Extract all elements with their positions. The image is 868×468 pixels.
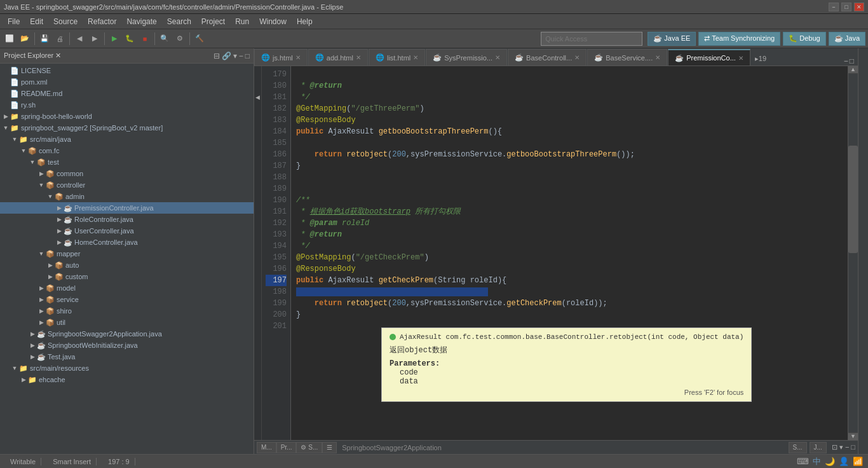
tree-item[interactable]: ▶📦custom xyxy=(0,271,254,282)
tb-open[interactable]: 📂 xyxy=(18,32,32,46)
tb-back[interactable]: ◀ xyxy=(72,32,86,46)
editor-scrollbar[interactable]: ▲ ▼ xyxy=(848,66,858,440)
scroll-down[interactable]: ▼ xyxy=(848,432,858,440)
quick-access-input[interactable] xyxy=(541,32,642,46)
user-icon[interactable]: 👤 xyxy=(839,457,849,466)
menu-source[interactable]: Source xyxy=(48,15,83,28)
keyboard-icon[interactable]: ⌨ xyxy=(797,457,809,466)
bottom-tab-s1[interactable]: ⚙ S... xyxy=(296,442,322,453)
tb-save[interactable]: 💾 xyxy=(37,32,51,46)
explorer-min[interactable]: − xyxy=(239,52,243,60)
tb-print[interactable]: 🖨 xyxy=(53,32,67,46)
tab-syspremissio[interactable]: ☕ SysPremissio... ✕ xyxy=(426,49,507,65)
tree-item[interactable]: ▶☕UserController.java xyxy=(0,225,254,237)
tree-item[interactable]: ▼📦mapper xyxy=(0,248,254,259)
tree-item[interactable]: 📄LICENSE xyxy=(0,65,254,76)
network-icon[interactable]: 📶 xyxy=(853,457,863,466)
tab-addhtml[interactable]: 🌐 add.html ✕ xyxy=(308,49,368,65)
scroll-up[interactable]: ▲ xyxy=(848,66,858,74)
explorer-menu[interactable]: ▾ xyxy=(233,52,237,60)
tab-listhtml[interactable]: 🌐 list.html ✕ xyxy=(369,49,425,65)
editor-maximize[interactable]: □ xyxy=(850,57,854,65)
view-min[interactable]: − xyxy=(845,443,849,451)
tab-premissionco[interactable]: ☕ PremissionCo... ✕ xyxy=(668,49,750,65)
tree-item[interactable]: ▶☕SpringbootWebInitializer.java xyxy=(0,340,254,351)
explorer-link[interactable]: 🔗 xyxy=(222,52,231,60)
bottom-tab-j[interactable]: J... xyxy=(810,442,827,453)
tb-stop[interactable]: ■ xyxy=(138,32,152,46)
menu-window[interactable]: Window xyxy=(254,15,292,28)
tree-item[interactable]: ▶☕Test.java xyxy=(0,351,254,362)
menu-help[interactable]: Help xyxy=(292,15,318,28)
view-max[interactable]: □ xyxy=(851,443,855,451)
bottom-tab-pr[interactable]: Pr... xyxy=(276,442,297,453)
editor-minimize[interactable]: − xyxy=(844,57,848,65)
menu-search[interactable]: Search xyxy=(162,15,196,28)
tree-item[interactable]: 📄pom.xml xyxy=(0,76,254,88)
close-tab-baseservice[interactable]: ✕ xyxy=(655,54,660,61)
tree-item[interactable]: ▼📁src/main/resources xyxy=(0,362,254,374)
tree-item[interactable]: ▶📁spring-boot-hello-world xyxy=(0,111,254,122)
tree-item[interactable]: ▶☕RoleController.java xyxy=(0,214,254,225)
tab-jshtml[interactable]: 🌐 js.html ✕ xyxy=(254,49,308,65)
perspective-team[interactable]: ⇄ Team Synchronizing xyxy=(698,32,780,46)
tree-item[interactable]: ▶📁ehcache xyxy=(0,374,254,385)
close-tab-syspremissio[interactable]: ✕ xyxy=(495,54,500,61)
maximize-button[interactable]: □ xyxy=(841,3,851,11)
bottom-tab-m[interactable]: M... xyxy=(257,442,276,453)
tree-item[interactable]: ▼📦com.fc xyxy=(0,145,254,156)
tree-item[interactable]: ▶📦util xyxy=(0,317,254,328)
editor-area: 🌐 js.html ✕ 🌐 add.html ✕ 🌐 list.html ✕ ☕… xyxy=(254,48,858,454)
menu-edit[interactable]: Edit xyxy=(25,15,48,28)
tb-run[interactable]: ▶ xyxy=(107,32,121,46)
explorer-collapse[interactable]: ⊟ xyxy=(214,52,220,60)
tabs-overflow[interactable]: ▸19 xyxy=(751,52,770,65)
close-tab-listhtml[interactable]: ✕ xyxy=(413,54,418,61)
tree-item[interactable]: ▼📦test xyxy=(0,156,254,168)
close-tab-addhtml[interactable]: ✕ xyxy=(356,54,361,61)
view-icon1[interactable]: ⊡ xyxy=(832,443,837,451)
tab-basecontroll[interactable]: ☕ BaseControll... ✕ xyxy=(508,49,587,65)
tb-settings[interactable]: ⚙ xyxy=(173,32,187,46)
view-icon2[interactable]: ▾ xyxy=(839,443,843,451)
menu-file[interactable]: File xyxy=(3,15,25,28)
tree-item[interactable]: ▶☕PremissionController.java xyxy=(0,202,254,214)
tree-item[interactable]: ▼📦admin xyxy=(0,191,254,202)
tree-item[interactable]: 📄README.md xyxy=(0,88,254,99)
scroll-thumb[interactable] xyxy=(848,146,858,253)
menu-project[interactable]: Project xyxy=(196,15,230,28)
tb-search[interactable]: 🔍 xyxy=(158,32,172,46)
tree-item[interactable]: ▶📦service xyxy=(0,294,254,305)
bottom-tab-s2[interactable]: S... xyxy=(789,442,807,453)
tree-item[interactable]: ▶☕HomeController.java xyxy=(0,237,254,248)
tab-baseservice[interactable]: ☕ BaseService.... ✕ xyxy=(587,49,667,65)
close-button[interactable]: ✕ xyxy=(854,3,864,11)
tree-item[interactable]: ▶📦auto xyxy=(0,259,254,271)
close-tab-basecontroll[interactable]: ✕ xyxy=(574,54,580,61)
tree-item[interactable]: ▶☕SpringbootSwagger2Application.java xyxy=(0,328,254,340)
tb-forward[interactable]: ▶ xyxy=(88,32,102,46)
night-icon[interactable]: 🌙 xyxy=(825,457,835,466)
menu-navigate[interactable]: Navigate xyxy=(121,15,161,28)
close-tab-premissionco[interactable]: ✕ xyxy=(738,55,743,62)
tree-item[interactable]: 📄ry.sh xyxy=(0,99,254,111)
lang-icon[interactable]: 中 xyxy=(813,456,821,467)
tree-item[interactable]: ▶📦common xyxy=(0,168,254,179)
explorer-max[interactable]: □ xyxy=(245,52,250,60)
tb-debug[interactable]: 🐛 xyxy=(123,32,137,46)
tb-new[interactable]: ⬜ xyxy=(3,32,17,46)
tree-item[interactable]: ▶📦model xyxy=(0,282,254,294)
bottom-tab-list[interactable]: ☰ xyxy=(322,442,337,453)
minimize-button[interactable]: − xyxy=(829,3,839,11)
tree-item[interactable]: ▼📁src/main/java xyxy=(0,134,254,145)
perspective-java[interactable]: ☕ Java xyxy=(829,32,865,46)
tree-item[interactable]: ▶📦shiro xyxy=(0,305,254,317)
menu-run[interactable]: Run xyxy=(230,15,254,28)
tree-item[interactable]: ▼📦controller xyxy=(0,179,254,191)
close-tab-jshtml[interactable]: ✕ xyxy=(295,54,301,61)
menu-refactor[interactable]: Refactor xyxy=(83,15,121,28)
perspective-debug[interactable]: 🐛 Debug xyxy=(783,32,825,46)
perspective-javaee[interactable]: ☕ Java EE xyxy=(648,32,696,46)
tree-item[interactable]: ▼📁springboot_swagger2 [SpringBoot_v2 mas… xyxy=(0,122,254,134)
tb-build[interactable]: 🔨 xyxy=(193,32,207,46)
